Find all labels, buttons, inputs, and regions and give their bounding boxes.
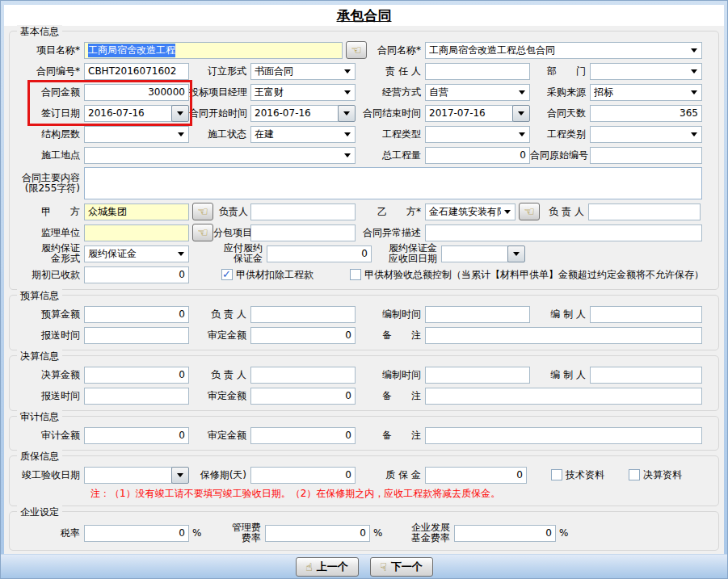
- construction-site-label: 施工地点: [11, 149, 84, 162]
- ordering-form-select[interactable]: 书面合同: [250, 63, 356, 80]
- budget-compile-time-input[interactable]: [425, 306, 530, 323]
- chevron-down-icon: [691, 69, 697, 77]
- row-initial-received: 期初已收款 0 甲供材扣除工程款 甲供材验收总额控制（当累计【材料甲供单】金额超…: [11, 264, 718, 285]
- sign-date-input[interactable]: 2016-07-16: [84, 105, 172, 122]
- group-final-legend: 决算信息: [17, 350, 62, 363]
- budget-compile-time-label: 编制时间: [356, 308, 425, 321]
- material-control-label: 甲供材验收总额控制（当累计【材料甲供单】金额超过约定金额将不允许保存）: [364, 268, 704, 282]
- budget-head-input[interactable]: [250, 306, 356, 323]
- project-type-select[interactable]: [425, 126, 530, 143]
- contract-no-input[interactable]: CBHT2016071602: [84, 63, 189, 80]
- operation-mode-select[interactable]: 自营: [425, 84, 530, 101]
- audit-approved-input[interactable]: 0: [250, 427, 356, 444]
- contract-exception-input[interactable]: [425, 224, 702, 241]
- contract-days-input[interactable]: 365: [590, 105, 702, 122]
- contract-name-select[interactable]: 工商局宿舍改造工程总包合同: [425, 42, 702, 59]
- final-submit-time-input[interactable]: [84, 388, 189, 405]
- budget-remark-input[interactable]: [425, 327, 702, 344]
- party-a-picker-button[interactable]: [192, 203, 213, 220]
- end-date-picker: 2017-07-16: [425, 105, 530, 122]
- chevron-down-icon: [178, 132, 184, 140]
- previous-button[interactable]: 上一个: [296, 557, 359, 577]
- group-basic-legend: 基本信息: [17, 25, 62, 39]
- final-compile-time-input[interactable]: [425, 367, 530, 384]
- sign-date-dropdown-button[interactable]: [171, 105, 189, 122]
- final-approved-input[interactable]: 0: [250, 388, 356, 405]
- warranty-days-input[interactable]: 0: [250, 467, 356, 484]
- mgmt-fee-input[interactable]: 0: [265, 525, 370, 542]
- end-date-input[interactable]: 2017-07-16: [425, 105, 513, 122]
- structure-layers-select[interactable]: [84, 126, 189, 143]
- budget-approved-input[interactable]: 0: [250, 327, 356, 344]
- final-remark-input[interactable]: [425, 388, 702, 405]
- budget-compiler-input[interactable]: [590, 306, 702, 323]
- warranty-note-text: 注：（1）没有竣工请不要填写竣工验收日期。（2）在保修期之内，应收工程款将减去质…: [11, 487, 500, 501]
- budget-submit-time-input[interactable]: [84, 327, 189, 344]
- final-amount-label: 决算金额: [11, 368, 84, 382]
- main-content-textarea[interactable]: [84, 167, 702, 199]
- start-date-input[interactable]: 2016-07-16: [250, 105, 339, 122]
- final-amount-input[interactable]: 0: [84, 367, 189, 384]
- acceptance-date-input[interactable]: [84, 467, 172, 484]
- end-date-dropdown-button[interactable]: [512, 105, 530, 122]
- tax-rate-input[interactable]: 0: [84, 525, 189, 542]
- dev-fund-input[interactable]: 0: [454, 525, 556, 542]
- contract-name-label: 合同名称*: [367, 44, 425, 57]
- chevron-down-icon: [343, 111, 350, 119]
- budget-remark-label: 备 注: [356, 329, 425, 342]
- party-b-picker-button[interactable]: [519, 203, 540, 220]
- acceptance-date-dropdown-button[interactable]: [171, 467, 189, 484]
- final-compiler-input[interactable]: [590, 367, 702, 384]
- party-a-label: 甲 方: [11, 205, 84, 219]
- final-head-input[interactable]: [250, 367, 356, 384]
- supervision-unit-picker-button[interactable]: [192, 224, 213, 241]
- party-b-select[interactable]: 金石建筑安装有限公司: [425, 203, 515, 220]
- responsible-input[interactable]: [425, 63, 530, 80]
- purchase-source-select[interactable]: 招标: [590, 84, 702, 101]
- final-docs-checkbox[interactable]: [629, 469, 640, 480]
- original-number-input[interactable]: [590, 147, 702, 164]
- tech-docs-checkbox[interactable]: [551, 469, 562, 480]
- bond-payable-input[interactable]: 0: [267, 245, 372, 262]
- bond-form-label: 履约保证 金形式: [11, 243, 84, 264]
- department-select[interactable]: [590, 63, 702, 80]
- initial-received-input[interactable]: 0: [84, 266, 189, 283]
- bid-manager-select[interactable]: 王富财: [250, 84, 356, 101]
- total-quantity-input[interactable]: 0: [425, 147, 530, 164]
- bond-return-date-dropdown-button[interactable]: [507, 245, 525, 262]
- start-date-dropdown-button[interactable]: [338, 105, 356, 122]
- audit-remark-input[interactable]: [425, 427, 702, 444]
- deduct-material-checkbox[interactable]: [221, 269, 233, 280]
- group-audit-legend: 审计信息: [17, 410, 62, 424]
- final-submit-time-label: 报送时间: [11, 389, 84, 403]
- budget-amount-input[interactable]: 0: [84, 306, 189, 323]
- project-name-input[interactable]: 工商局宿舍改造工程: [84, 42, 343, 59]
- construction-site-select[interactable]: [84, 147, 356, 164]
- party-a-input[interactable]: 众城集团: [84, 203, 189, 220]
- project-name-picker-button[interactable]: [346, 41, 367, 59]
- operation-mode-label: 经营方式: [356, 86, 425, 99]
- contract-amount-input[interactable]: 300000: [84, 84, 189, 101]
- group-enterprise-legend: 企业设定: [17, 506, 62, 519]
- retention-input[interactable]: 0: [425, 467, 527, 484]
- project-category-select[interactable]: [590, 126, 702, 143]
- supervision-unit-input[interactable]: [84, 224, 189, 241]
- row-main-content: 合同主要内容 (限255字符): [11, 166, 718, 201]
- party-b-head-input[interactable]: [588, 203, 701, 220]
- bond-form-select[interactable]: 履约保证金: [84, 245, 189, 262]
- group-warranty-legend: 质保信息: [17, 450, 62, 464]
- chevron-down-icon: [344, 69, 351, 77]
- party-a-head-input[interactable]: [250, 203, 356, 220]
- subcontract-project-input[interactable]: [250, 224, 356, 241]
- next-button[interactable]: 下一个: [370, 557, 433, 577]
- row-site: 施工地点 总工程量 0 合同原始编号: [11, 145, 718, 166]
- chevron-down-icon: [519, 90, 525, 98]
- warranty-days-label: 保修期(天): [189, 468, 250, 482]
- sign-date-label: 签订日期: [11, 107, 84, 120]
- audit-amount-input[interactable]: 0: [84, 427, 189, 444]
- construction-status-select[interactable]: 在建: [250, 126, 356, 143]
- row-structure: 结构层数 施工状态 在建 工程类型 工程类别: [11, 124, 718, 145]
- group-audit-info: 审计信息 审计金额 0 审定金额 0 备 注: [9, 416, 719, 451]
- material-control-checkbox[interactable]: [350, 269, 361, 280]
- bond-return-date-input[interactable]: [441, 245, 508, 262]
